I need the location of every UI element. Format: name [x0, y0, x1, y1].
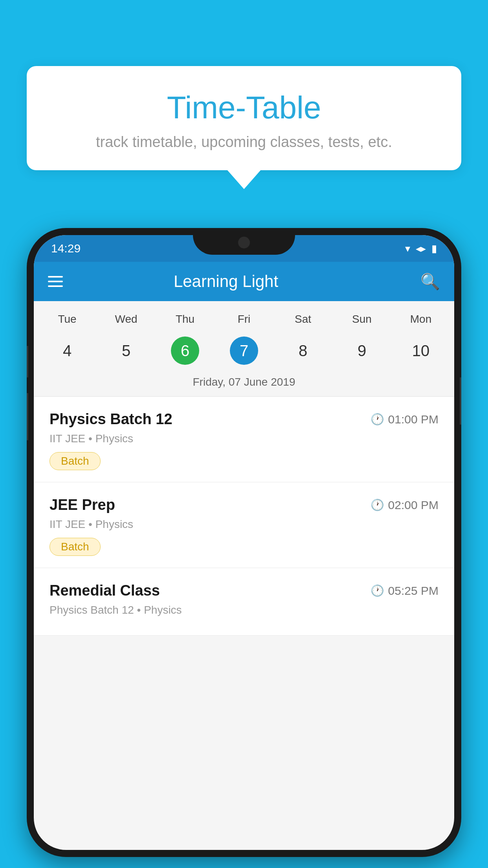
status-icons: ▾ ◂▸ ▮ [405, 243, 437, 255]
selected-date-label: Friday, 07 June 2019 [34, 372, 454, 397]
schedule-item-2[interactable]: JEE Prep 🕐 02:00 PM IIT JEE • Physics Ba… [34, 482, 454, 568]
tooltip-subtitle: track timetable, upcoming classes, tests… [58, 134, 430, 151]
day-header-sat: Sat [273, 309, 332, 329]
day-header-tue: Tue [38, 309, 97, 329]
day-numbers: 4 5 6 7 8 9 10 [34, 329, 454, 372]
search-icon[interactable]: 🔍 [420, 272, 440, 291]
schedule-item-top-2: JEE Prep 🕐 02:00 PM [50, 497, 438, 513]
clock-icon-3: 🕐 [371, 584, 384, 597]
day-header-thu: Thu [156, 309, 215, 329]
schedule-item-name-2: JEE Prep [50, 497, 115, 513]
schedule-item-time-1: 🕐 01:00 PM [371, 413, 438, 426]
volume-up-button [27, 346, 28, 377]
volume-down-button [27, 393, 28, 440]
day-header-fri: Fri [215, 309, 273, 329]
day-9[interactable]: 9 [332, 333, 391, 369]
signal-icon: ◂▸ [416, 243, 426, 255]
batch-tag-1: Batch [50, 452, 101, 470]
app-bar: Learning Light 🔍 [34, 262, 454, 301]
day-8[interactable]: 8 [273, 333, 332, 369]
schedule-item-name-1: Physics Batch 12 [50, 411, 172, 428]
day-header-mon: Mon [391, 309, 450, 329]
day-header-wed: Wed [97, 309, 156, 329]
schedule-item-time-3: 🕐 05:25 PM [371, 584, 438, 598]
day-header-sun: Sun [332, 309, 391, 329]
app-title: Learning Light [46, 272, 406, 291]
day-4[interactable]: 4 [38, 333, 97, 369]
tooltip-card: Time-Table track timetable, upcoming cla… [27, 66, 461, 170]
calendar-strip: Tue Wed Thu Fri Sat Sun Mon 4 5 6 7 8 9 … [34, 301, 454, 397]
clock-icon-2: 🕐 [371, 498, 384, 511]
day-10[interactable]: 10 [391, 333, 450, 369]
schedule-item-time-2: 🕐 02:00 PM [371, 498, 438, 512]
batch-tag-2: Batch [50, 538, 101, 556]
schedule-item-sub-2: IIT JEE • Physics [50, 518, 438, 531]
day-headers: Tue Wed Thu Fri Sat Sun Mon [34, 309, 454, 329]
status-time: 14:29 [51, 242, 81, 255]
schedule-list: Physics Batch 12 🕐 01:00 PM IIT JEE • Ph… [34, 397, 454, 636]
schedule-item-top-3: Remedial Class 🕐 05:25 PM [50, 582, 438, 599]
schedule-item-1[interactable]: Physics Batch 12 🕐 01:00 PM IIT JEE • Ph… [34, 397, 454, 482]
day-5[interactable]: 5 [97, 333, 156, 369]
clock-icon-1: 🕐 [371, 413, 384, 426]
day-6-today[interactable]: 6 [156, 333, 215, 369]
wifi-icon: ▾ [405, 243, 410, 255]
phone-screen: 14:29 ▾ ◂▸ ▮ Learning Light 🔍 Tue Wed Th… [34, 235, 454, 850]
day-7-selected[interactable]: 7 [215, 333, 273, 369]
phone-camera [238, 237, 250, 248]
schedule-item-3[interactable]: Remedial Class 🕐 05:25 PM Physics Batch … [34, 568, 454, 636]
tooltip-title: Time-Table [58, 90, 430, 126]
schedule-item-top-1: Physics Batch 12 🕐 01:00 PM [50, 411, 438, 428]
schedule-item-sub-1: IIT JEE • Physics [50, 432, 438, 445]
schedule-item-sub-3: Physics Batch 12 • Physics [50, 604, 438, 616]
phone-mockup: 14:29 ▾ ◂▸ ▮ Learning Light 🔍 Tue Wed Th… [27, 228, 461, 857]
power-button [460, 377, 461, 425]
battery-icon: ▮ [431, 243, 437, 255]
phone-notch [193, 228, 295, 255]
schedule-item-name-3: Remedial Class [50, 582, 160, 599]
